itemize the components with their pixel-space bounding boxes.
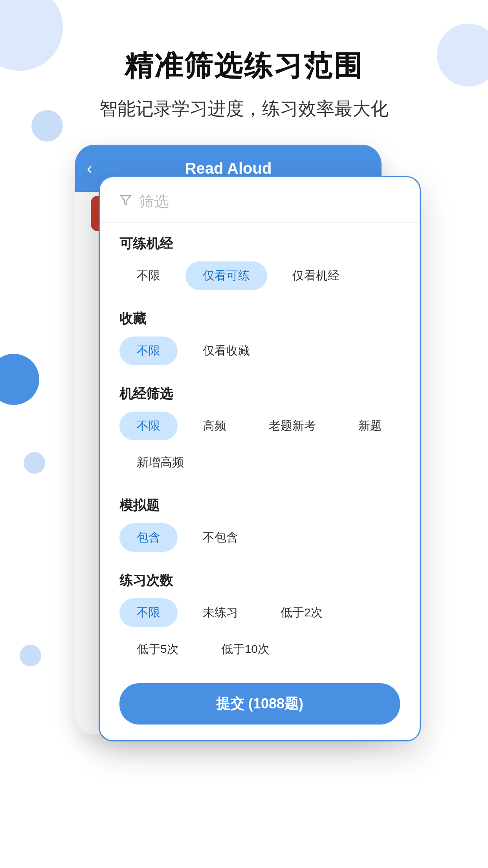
svg-marker-0 — [121, 195, 131, 205]
option-buxian-1[interactable]: 不限 — [119, 261, 178, 290]
filter-modal: 筛选 可练机经 不限 仅看可练 仅看机经 收藏 不限 仅看收藏 — [99, 176, 421, 741]
section-title-collect: 收藏 — [119, 310, 400, 328]
bg-circle-blue — [0, 354, 39, 405]
page-subtitle: 智能记录学习进度，练习效率最大化 — [99, 97, 389, 121]
section-title-mock: 模拟题 — [119, 497, 400, 515]
section-title-practice-count: 练习次数 — [119, 572, 400, 590]
section-title-jijing: 机经筛选 — [119, 385, 400, 403]
filter-header: 筛选 — [100, 177, 420, 223]
option-laotixinkao[interactable]: 老题新考 — [251, 412, 333, 440]
option-weilixi[interactable]: 未练习 — [185, 598, 255, 627]
options-mock: 包含 不包含 — [119, 523, 400, 552]
filter-placeholder: 筛选 — [139, 191, 169, 211]
option-less5[interactable]: 低于5次 — [119, 635, 196, 664]
options-jijing: 不限 高频 老题新考 新题 新增高频 — [119, 412, 400, 477]
option-jinkeshoucan[interactable]: 仅看收藏 — [185, 337, 267, 365]
option-xinzenggaopin[interactable]: 新增高频 — [119, 448, 201, 477]
option-less10[interactable]: 低于10次 — [204, 635, 287, 664]
submit-button[interactable]: 提交 (1088题) — [119, 683, 400, 725]
section-ke-lian: 可练机经 不限 仅看可练 仅看机经 — [100, 223, 420, 298]
option-bubaohn[interactable]: 不包含 — [185, 523, 255, 552]
option-buxian-2[interactable]: 不限 — [119, 337, 178, 365]
app-header-title: Read Aloud — [185, 160, 272, 177]
option-buxian-3[interactable]: 不限 — [119, 412, 178, 440]
section-title-ke-lian: 可练机经 — [119, 235, 400, 253]
option-less2[interactable]: 低于2次 — [263, 598, 340, 627]
options-collect: 不限 仅看收藏 — [119, 337, 400, 365]
bg-circle-gray-2 — [20, 645, 41, 666]
back-icon[interactable]: ‹ — [87, 160, 92, 177]
option-xinti[interactable]: 新题 — [341, 412, 399, 440]
section-mock: 模拟题 包含 不包含 — [100, 485, 420, 560]
filter-icon — [119, 194, 132, 210]
options-practice-count: 不限 未练习 低于2次 低于5次 低于10次 — [119, 598, 400, 664]
option-gaopin[interactable]: 高频 — [185, 412, 244, 440]
section-jijing: 机经筛选 不限 高频 老题新考 新题 新增高频 — [100, 373, 420, 485]
page-title: 精准筛选练习范围 — [125, 47, 363, 85]
section-collect: 收藏 不限 仅看收藏 — [100, 298, 420, 373]
option-jinkejing[interactable]: 仅看机经 — [275, 261, 357, 290]
option-baohn[interactable]: 包含 — [119, 523, 178, 552]
option-jinkepian[interactable]: 仅看可练 — [185, 261, 267, 290]
options-ke-lian: 不限 仅看可练 仅看机经 — [119, 261, 400, 290]
bg-circle-gray-1 — [24, 452, 45, 474]
submit-container: 提交 (1088题) — [100, 671, 420, 725]
section-practice-count: 练习次数 不限 未练习 低于2次 低于5次 低于10次 — [100, 560, 420, 671]
option-buxian-4[interactable]: 不限 — [119, 598, 178, 627]
